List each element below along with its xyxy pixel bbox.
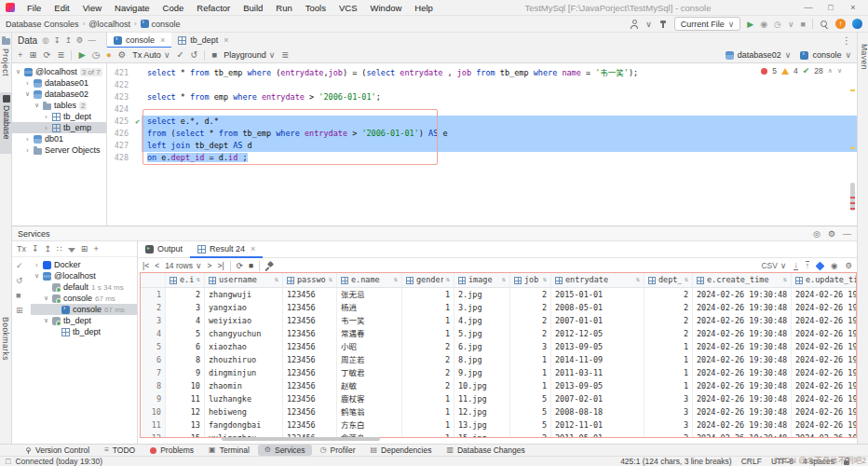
run-button[interactable]: ▶ <box>747 20 753 29</box>
breadcrumb-item-database-consoles[interactable]: Database Consoles <box>6 20 79 29</box>
maven-stripe-label[interactable]: Maven <box>860 44 868 70</box>
stop-icon[interactable]: ■ <box>211 49 217 61</box>
user-icon[interactable] <box>630 20 639 29</box>
cell[interactable]: 13 <box>166 418 205 432</box>
frame-icon[interactable]: ⊞ <box>81 244 88 254</box>
cell[interactable]: 2.jpg <box>454 288 510 301</box>
cell[interactable]: 2013-09-05 <box>551 340 644 353</box>
cell[interactable]: 1 <box>402 392 454 405</box>
cell[interactable]: 2024-02-26 19:30:48 <box>693 405 792 418</box>
cell[interactable]: 123456 <box>283 288 337 301</box>
tool-tab-todo[interactable]: ≡TODO <box>98 445 142 456</box>
parameters-icon[interactable]: ● <box>106 49 112 61</box>
cell[interactable]: 1 <box>644 379 693 392</box>
rollback-icon[interactable]: ↺ <box>190 49 197 61</box>
cell[interactable]: 2024-02-26 19:30:48 <box>792 392 857 405</box>
caret-position[interactable]: 425:1 (124 chars, 3 line breaks) <box>620 457 732 466</box>
lock-icon[interactable] <box>844 460 849 465</box>
cell[interactable]: 2015-01-01 <box>551 288 644 301</box>
services-tree-item--localhost[interactable]: ∨@localhost <box>31 270 137 281</box>
cell[interactable]: 1 <box>644 353 693 366</box>
menu-edit[interactable]: Edit <box>48 2 75 14</box>
cell[interactable]: 1 <box>644 366 693 379</box>
collapse-all-icon[interactable]: ↥ <box>65 35 72 45</box>
sort-icon[interactable]: ⇅ <box>197 273 200 287</box>
cell[interactable]: 2 <box>166 288 205 301</box>
cell[interactable]: 鹤笔翁 <box>337 405 402 418</box>
menu-code[interactable]: Code <box>157 2 190 14</box>
cell[interactable]: 韦一笑 <box>337 314 402 327</box>
playground-select[interactable]: Playground ∨ <box>224 50 275 60</box>
cell[interactable]: 123456 <box>283 405 337 418</box>
expand-all-icon[interactable]: ↧ <box>32 244 39 254</box>
menu-window[interactable]: Window <box>365 2 408 14</box>
cell[interactable]: hebiweng <box>205 405 283 418</box>
menu-help[interactable]: Help <box>409 2 439 14</box>
close-icon[interactable]: × <box>251 244 255 254</box>
more-run-chevron-icon[interactable]: ∨ <box>788 20 794 29</box>
inspection-widget[interactable]: 5 4 ✔ 28 ∧ ∨ <box>761 66 842 75</box>
cell[interactable]: 123456 <box>283 418 337 432</box>
close-icon[interactable]: × <box>224 35 228 45</box>
project-folder-icon[interactable] <box>2 38 10 45</box>
chevron-right-icon[interactable]: › <box>24 147 31 154</box>
cell[interactable]: 2007-01-01 <box>551 314 644 327</box>
structure-icon[interactable]: ⊞ <box>16 306 23 315</box>
cell[interactable]: 6.jpg <box>454 340 510 353</box>
cell[interactable]: 2024-02-26 19:30:48 <box>792 418 857 432</box>
chevron-right-icon[interactable]: › <box>24 80 31 87</box>
history-clock-icon[interactable]: ◷ <box>92 49 100 61</box>
profile-button[interactable]: ◷ <box>774 20 781 29</box>
column-header-password[interactable]: password⇅ <box>283 273 337 287</box>
import-upload-icon[interactable]: ↑ <box>806 261 809 270</box>
db-tree-item-tables[interactable]: ∨tables2 <box>12 100 106 111</box>
tx-label[interactable]: Tx <box>17 244 26 254</box>
cell[interactable]: 2024-02-26 19:30:48 <box>792 288 857 301</box>
close-icon[interactable]: × <box>842 1 864 15</box>
cell[interactable]: 杨逍 <box>337 301 402 314</box>
first-page-icon[interactable]: |< <box>142 261 149 270</box>
hide-icon[interactable]: — <box>843 229 851 239</box>
session-select[interactable]: console ∨ <box>800 50 851 60</box>
cell[interactable]: 2 <box>644 301 693 314</box>
column-header-job[interactable]: job⇅ <box>510 273 551 287</box>
cell[interactable]: 张无忌 <box>337 288 402 301</box>
cell[interactable]: 123456 <box>283 340 337 353</box>
column-header-image[interactable]: image⇅ <box>454 273 510 287</box>
chevron-right-icon[interactable]: › <box>24 136 31 143</box>
result-grid[interactable]: e.id⇅username⇅password⇅e.name⇅gender⇅ima… <box>140 272 857 438</box>
cell[interactable]: 5 <box>166 327 205 340</box>
cell[interactable]: 15 <box>166 432 205 438</box>
cell[interactable]: 2 <box>510 432 551 438</box>
cell[interactable]: xiaozhao <box>205 340 283 353</box>
cell[interactable]: 4.jpg <box>454 314 510 327</box>
cell[interactable]: 2013-09-05 <box>551 379 644 392</box>
cell[interactable]: 2024-02-26 19:30:48 <box>792 366 857 379</box>
cell[interactable]: 123456 <box>283 379 337 392</box>
tab-console[interactable]: console× <box>107 33 171 48</box>
run-configuration-select[interactable]: Current File ∨ <box>674 17 741 31</box>
hide-panel-icon[interactable]: — <box>88 35 96 45</box>
group-icon[interactable]: ∷ <box>57 244 62 254</box>
db-tree-item-database01[interactable]: ›database01 <box>12 77 106 89</box>
cell[interactable]: 2 <box>644 432 693 438</box>
sort-icon[interactable]: ⇅ <box>446 273 450 287</box>
tab-tb-dept[interactable]: tb_dept× <box>171 33 235 48</box>
cell[interactable]: 2024-02-26 19:30:48 <box>792 327 857 340</box>
breadcrumb-item--localhost[interactable]: @localhost <box>88 20 130 29</box>
cell[interactable]: 3 <box>510 340 551 353</box>
cell[interactable]: 2 <box>402 366 454 379</box>
cell[interactable]: 2008-05-01 <box>551 301 644 314</box>
cell[interactable]: 2024-02-26 19:30:48 <box>792 432 857 438</box>
cell[interactable]: changyuchun <box>205 327 283 340</box>
chevron-right-icon[interactable]: › <box>34 262 40 268</box>
tx-mode-select[interactable]: Tx Auto ∨ <box>132 50 170 60</box>
cell[interactable]: 1 <box>402 418 454 432</box>
horizontal-scrollbar[interactable] <box>222 437 380 441</box>
code-line[interactable]: from (select * from tb_emp where entryda… <box>142 128 857 140</box>
column-header-dept-id[interactable]: dept_id⇅ <box>644 273 693 287</box>
minimize-icon[interactable]: — <box>797 1 820 15</box>
stop-icon[interactable]: ■ <box>249 261 253 270</box>
column-header-entrydate[interactable]: entrydate⇅ <box>551 273 644 287</box>
cell[interactable]: 3 <box>644 405 693 418</box>
